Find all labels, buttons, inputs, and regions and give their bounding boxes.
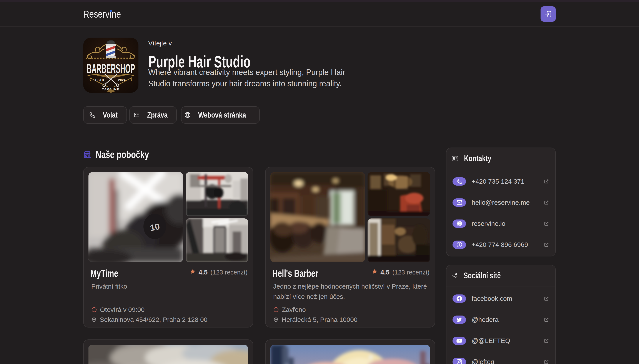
svg-text:10: 10 <box>149 222 160 233</box>
svg-text:ESTD: ESTD <box>95 78 104 82</box>
svg-text:BARBERSHOP: BARBERSHOP <box>87 61 135 76</box>
svg-text:2024: 2024 <box>118 78 126 82</box>
